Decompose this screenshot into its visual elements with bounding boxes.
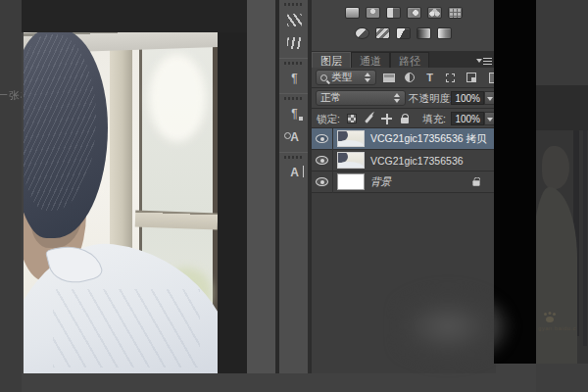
watermark: gyan.baidu.c [538, 313, 587, 331]
tab-layers-label: 图层 [320, 55, 342, 67]
photoshop-window: 一张模 ¶ ¶ A A [0, 0, 588, 392]
layer-name: VCG21gic17356536 [370, 155, 464, 167]
background-page-top [536, 0, 588, 85]
canvas-right-margin [218, 32, 247, 373]
dock-separator [279, 93, 308, 94]
panel-menu-button[interactable] [476, 57, 492, 66]
lock-image-pixels-icon[interactable] [362, 112, 376, 125]
man-hair [24, 32, 108, 238]
canvas-top-margin [22, 0, 247, 32]
paragraph-glyph: ¶ [291, 72, 297, 85]
color-lookup-icon[interactable] [448, 7, 463, 19]
stepper-icon [365, 73, 371, 82]
filter-type-layers-button[interactable]: T [421, 70, 438, 85]
paragraph-styles-icon[interactable]: ¶ [279, 102, 310, 125]
filter-smart-object-button[interactable] [463, 70, 479, 85]
tab-paths-label: 路径 [399, 55, 420, 67]
tab-channels[interactable]: 通道 [351, 52, 390, 68]
blurred-overlay-blob [396, 284, 525, 372]
window-bokeh [149, 54, 206, 142]
blend-mode-dropdown[interactable]: 正常 [316, 90, 406, 106]
move-icon [381, 114, 392, 124]
layers-list: VCG21gic17356536 拷贝 VCG21gic17356536 背景 [312, 128, 496, 193]
layer-name: VCG21gic17356536 拷贝 [370, 132, 487, 146]
black-white-icon[interactable] [386, 7, 401, 19]
brush-presets-icon[interactable] [279, 8, 310, 31]
visibility-toggle[interactable] [312, 150, 333, 172]
dock-grip-handle[interactable] [284, 156, 304, 159]
levels-icon[interactable] [345, 7, 360, 19]
tab-channels-label: 通道 [360, 55, 381, 67]
dock-grip-handle[interactable] [284, 62, 304, 65]
panel-tab-bar: 图层 通道 路径 [312, 51, 496, 68]
visibility-toggle[interactable] [312, 128, 333, 150]
layer-thumbnail[interactable] [337, 130, 365, 147]
shape-layer-icon [446, 74, 455, 82]
dock-separator [279, 58, 308, 59]
paw-logo-icon [544, 313, 556, 322]
filter-pixel-layers-button[interactable] [380, 70, 397, 85]
color-balance-icon[interactable] [366, 7, 380, 19]
lock-transparent-pixels-icon[interactable] [344, 112, 359, 125]
layer-row-copy[interactable]: VCG21gic17356536 拷贝 [312, 128, 496, 150]
dock-separator [279, 152, 308, 153]
paragraph-styles-glyph: ¶ [291, 107, 297, 121]
adjustment-layer-icon [405, 73, 415, 82]
background-lock-icon [472, 180, 479, 185]
empty-dock-column [247, 0, 275, 373]
photo-canvas[interactable] [24, 32, 218, 373]
paragraph-panel-icon[interactable]: ¶ [279, 67, 310, 90]
gradient-map-icon[interactable] [416, 27, 431, 39]
filter-kind-dropdown[interactable]: 类型 [316, 70, 376, 85]
clipped-page-text: 一张模 [0, 88, 22, 103]
smart-object-icon [466, 73, 476, 82]
threshold-icon[interactable] [396, 27, 411, 39]
character-panel-icon[interactable]: A [279, 161, 310, 184]
lock-all-icon[interactable] [397, 112, 412, 125]
brush-icon [365, 114, 373, 123]
selective-color-icon[interactable] [437, 27, 452, 39]
opacity-value: 100% [455, 93, 480, 104]
dimmed-photo-preview: gyan.baidu.c [536, 130, 588, 364]
blend-opacity-row: 正常 不透明度: 100% [312, 88, 496, 109]
left-edge-strip: 一张模 [0, 0, 22, 392]
padlock-icon [401, 118, 409, 123]
hair-texture [24, 34, 96, 211]
layer-thumbnail[interactable] [337, 152, 365, 169]
dock-grip-handle[interactable] [284, 3, 304, 6]
eye-icon [316, 177, 328, 186]
menu-arrow-icon [476, 59, 482, 63]
filter-kind-label: 类型 [331, 71, 352, 84]
window-frame-bar [135, 211, 218, 230]
tab-paths[interactable]: 路径 [390, 52, 429, 68]
character-styles-icon[interactable]: A [279, 125, 310, 149]
layer-row-background[interactable]: 背景 [312, 172, 496, 193]
layer-name: 背景 [370, 175, 391, 189]
layer-filter-row: 类型 T [312, 68, 496, 88]
brushes-glyph [287, 14, 302, 26]
search-icon [320, 74, 327, 81]
filter-shape-layers-button[interactable] [442, 70, 459, 85]
opacity-value-field[interactable]: 100% [451, 91, 484, 105]
posterize-icon[interactable] [375, 27, 390, 39]
visibility-toggle[interactable] [312, 172, 333, 193]
background-page-column: gyan.baidu.c [536, 0, 588, 392]
character-glyph: A [290, 166, 299, 179]
watermark-text: gyan.baidu.c [538, 325, 587, 331]
checkerboard-icon [347, 114, 357, 123]
channel-mixer-icon[interactable] [427, 7, 442, 19]
character-styles-glyph: A [290, 130, 299, 144]
brush-panel-icon[interactable] [279, 31, 310, 55]
filter-adjustment-layers-button[interactable] [401, 70, 417, 85]
shirt-folds [53, 289, 200, 368]
layer-row-original[interactable]: VCG21gic17356536 [312, 150, 496, 172]
dock-grip-handle[interactable] [284, 97, 304, 100]
tab-layers[interactable]: 图层 [312, 52, 351, 68]
fill-value-field[interactable]: 100% [451, 112, 484, 125]
invert-icon[interactable] [355, 27, 369, 39]
background-dark-band [536, 85, 588, 130]
lock-position-icon[interactable] [379, 112, 394, 125]
layer-thumbnail[interactable] [337, 173, 365, 190]
man-body-silhouette [536, 187, 577, 364]
photo-filter-icon[interactable] [407, 7, 421, 19]
